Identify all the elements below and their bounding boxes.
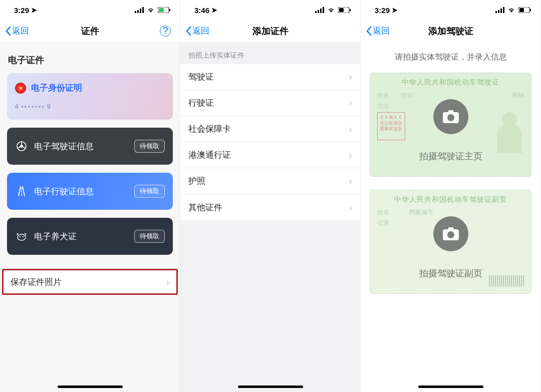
- emblem-icon: ★: [15, 83, 26, 94]
- back-label: 返回: [192, 25, 209, 37]
- card-label: 电子行驶证信息: [34, 186, 94, 197]
- card-driving-license[interactable]: 电子驾驶证信息 待领取: [7, 128, 173, 165]
- card-id-masked: 4 ••••••• 9: [15, 103, 165, 111]
- claim-badge[interactable]: 待领取: [134, 185, 165, 198]
- claim-badge[interactable]: 待领取: [134, 230, 165, 243]
- chevron-right-icon: ›: [349, 97, 352, 109]
- nav-bar: 返回 证件 ?: [0, 20, 180, 42]
- status-right: [495, 7, 531, 13]
- back-label: 返回: [12, 25, 29, 37]
- status-time: 3:29: [375, 6, 390, 15]
- svg-rect-2: [140, 9, 141, 13]
- back-button[interactable]: 返回: [185, 25, 209, 37]
- list-item-driving-license[interactable]: 驾驶证 ›: [180, 64, 360, 90]
- battery-icon: [518, 7, 531, 13]
- svg-rect-3: [142, 7, 144, 13]
- chevron-left-icon: [5, 26, 11, 36]
- license-front-capture[interactable]: 中华人民共和国机动车驾驶证 姓名 性别 国籍 住址 ＸＸ省ＸＸ市公安局交通警察支…: [370, 73, 531, 177]
- list-item-label: 护照: [188, 175, 205, 187]
- list-item-vehicle-license[interactable]: 行驶证 ›: [180, 90, 360, 116]
- status-bar: 3:29 ➤: [0, 0, 180, 20]
- chevron-right-icon: ›: [349, 202, 352, 213]
- home-indicator[interactable]: [418, 385, 483, 388]
- screen2-body: 拍照上传实体证件 驾驶证 › 行驶证 › 社会保障卡 › 港澳通行证 › 护照 …: [180, 42, 360, 392]
- camera-label: 拍摄驾驶证副页: [419, 267, 482, 279]
- help-button[interactable]: ?: [160, 26, 171, 37]
- chevron-right-icon: ›: [166, 276, 169, 288]
- location-icon: ➤: [211, 6, 217, 14]
- field-label: 姓名: [377, 91, 389, 100]
- list-item-passport[interactable]: 护照 ›: [180, 168, 360, 194]
- license-front-title: 中华人民共和国机动车驾驶证: [377, 78, 524, 87]
- id-suffix: 9: [47, 103, 51, 110]
- svg-rect-18: [350, 9, 351, 12]
- dog-icon: [15, 230, 28, 243]
- back-button[interactable]: 返回: [366, 25, 390, 37]
- svg-rect-0: [135, 11, 136, 13]
- chevron-left-icon: [185, 26, 191, 36]
- license-back-capture[interactable]: 中华人民共和国机动车驾驶证副页 姓名 档案编号 记录 拍摄驾驶证副页: [370, 190, 531, 294]
- signal-icon: [495, 7, 504, 13]
- nav-bar: 返回 添加驾驶证: [361, 20, 540, 42]
- list-item-social-security[interactable]: 社会保障卡 ›: [180, 116, 360, 142]
- camera-label: 拍摄驾驶证主页: [419, 150, 482, 162]
- person-silhouette-icon: [497, 123, 522, 153]
- card-dog-license[interactable]: 电子养犬证 待领取: [7, 218, 173, 255]
- card-vehicle-license[interactable]: 电子行驶证信息 待领取: [7, 173, 173, 210]
- svg-rect-6: [169, 9, 170, 12]
- svg-rect-25: [530, 9, 531, 12]
- camera-button[interactable]: [433, 216, 468, 251]
- svg-rect-24: [519, 8, 524, 12]
- status-right: [315, 7, 351, 13]
- chevron-right-icon: ›: [349, 149, 352, 161]
- chevron-right-icon: ›: [349, 123, 352, 135]
- list-item-label: 其他证件: [188, 202, 222, 213]
- signal-icon: [135, 7, 144, 13]
- nav-title: 添加驾驶证: [428, 25, 473, 37]
- nav-title: 添加证件: [252, 25, 289, 37]
- license-field-row: 姓名 档案编号: [377, 208, 524, 217]
- status-time: 3:46: [194, 6, 209, 15]
- screen-add-driving-license: 3:29 ➤ 返回 添加驾驶证 请拍摄实体驾驶证，并录入信息 中华人民共和国机动…: [361, 0, 541, 392]
- list-item-label: 社会保障卡: [188, 123, 231, 135]
- status-bar: 3:46 ➤: [180, 0, 360, 20]
- back-button[interactable]: 返回: [5, 25, 29, 37]
- camera-button[interactable]: [433, 99, 468, 134]
- id-prefix: 4: [15, 103, 19, 110]
- svg-point-29: [447, 231, 454, 238]
- screen1-body: 电子证件 ★ 电子身份证明 4 ••••••• 9 电子驾驶证信息 待领取 电子: [0, 42, 180, 392]
- claim-badge[interactable]: 待领取: [134, 140, 165, 153]
- back-label: 返回: [373, 25, 390, 37]
- location-icon: ➤: [392, 6, 398, 14]
- svg-point-27: [447, 114, 454, 121]
- id-dots: •••••••: [21, 103, 45, 111]
- status-right: [135, 7, 171, 13]
- svg-point-10: [20, 236, 21, 237]
- svg-rect-14: [320, 9, 322, 13]
- svg-rect-17: [339, 8, 344, 12]
- instruction-text: 请拍摄实体驾驶证，并录入信息: [370, 52, 531, 63]
- svg-rect-12: [315, 11, 317, 13]
- svg-rect-1: [137, 10, 139, 13]
- svg-rect-21: [500, 9, 502, 13]
- status-time: 3:29: [14, 6, 29, 15]
- field-label: 姓名: [377, 208, 389, 217]
- card-eid[interactable]: ★ 电子身份证明 4 ••••••• 9: [7, 73, 173, 120]
- list-item-hk-macau-permit[interactable]: 港澳通行证 ›: [180, 142, 360, 168]
- battery-icon: [338, 7, 351, 13]
- field-label: 国籍: [512, 91, 524, 100]
- status-bar: 3:29 ➤: [361, 0, 540, 20]
- card-label: 电子身份证明: [31, 82, 82, 94]
- signal-icon: [315, 7, 324, 13]
- home-indicator[interactable]: [238, 385, 303, 388]
- save-photos-label: 保存证件照片: [11, 276, 62, 288]
- stamp-placeholder: ＸＸ省ＸＸ市公安局交通警察支队: [377, 112, 405, 140]
- svg-rect-5: [159, 8, 164, 12]
- list-item-other[interactable]: 其他证件 ›: [180, 194, 360, 220]
- chevron-right-icon: ›: [349, 175, 352, 187]
- svg-rect-20: [498, 10, 499, 13]
- save-photos-row[interactable]: 保存证件照片 ›: [2, 269, 178, 295]
- road-icon: [15, 185, 28, 198]
- card-label: 电子驾驶证信息: [34, 141, 94, 152]
- home-indicator[interactable]: [58, 385, 123, 388]
